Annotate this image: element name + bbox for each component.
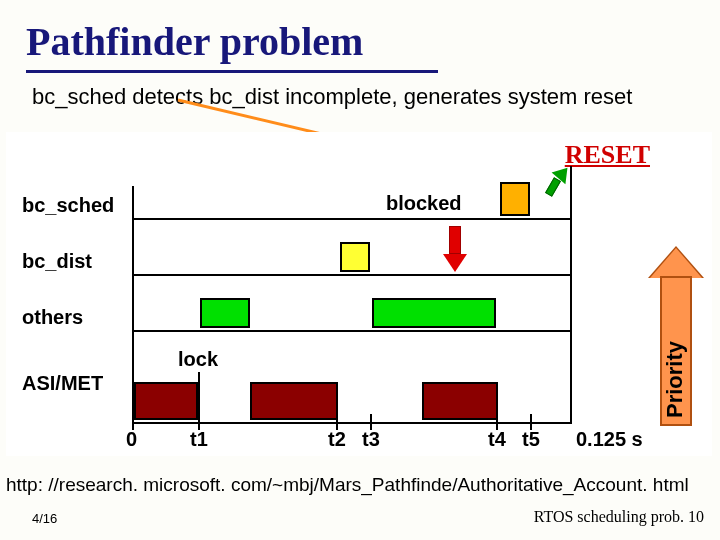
bar-asimet-1 xyxy=(134,382,198,420)
bar-others-1 xyxy=(200,298,250,328)
tick-label-t2: t2 xyxy=(328,428,346,451)
row-label-bc-sched: bc_sched xyxy=(22,194,114,217)
blocked-arrow-icon xyxy=(446,226,464,274)
row-label-bc-dist: bc_dist xyxy=(22,250,92,273)
axis-row-2 xyxy=(132,330,572,332)
footer-title: RTOS scheduling prob. 10 xyxy=(534,508,704,526)
priority-arrow: Priority xyxy=(656,248,696,428)
row-label-others: others xyxy=(22,306,83,329)
slide: Pathfinder problem bc_sched detects bc_d… xyxy=(0,0,720,540)
tick-label-t5: t5 xyxy=(522,428,540,451)
bar-asimet-2 xyxy=(250,382,338,420)
axis-row-1 xyxy=(132,274,572,276)
tick-label-0: 0 xyxy=(126,428,137,451)
tick-label-t3: t3 xyxy=(362,428,380,451)
footer-page: 4/16 xyxy=(32,511,57,526)
row-label-asi-met: ASI/MET xyxy=(22,372,103,395)
timeline-diagram: RESET blocked lock 0.125 s bc_sched bc_d… xyxy=(6,132,712,456)
bar-bcdist xyxy=(340,242,370,272)
lock-label: lock xyxy=(178,348,218,371)
tick-label-t1: t1 xyxy=(190,428,208,451)
tick-label-t4: t4 xyxy=(488,428,506,451)
axis-row-0 xyxy=(132,218,572,220)
priority-label: Priority xyxy=(662,341,688,418)
reset-label: RESET xyxy=(565,140,650,170)
source-url: http: //research. microsoft. com/~mbj/Ma… xyxy=(6,474,689,496)
bar-bcsched xyxy=(500,182,530,216)
bar-others-2 xyxy=(372,298,496,328)
slide-title: Pathfinder problem xyxy=(26,18,363,65)
lock-line xyxy=(198,372,200,422)
blocked-label: blocked xyxy=(386,192,462,215)
axis-end xyxy=(570,166,572,424)
bar-asimet-3 xyxy=(422,382,498,420)
title-underline xyxy=(26,70,438,73)
time-end-label: 0.125 s xyxy=(576,428,643,451)
